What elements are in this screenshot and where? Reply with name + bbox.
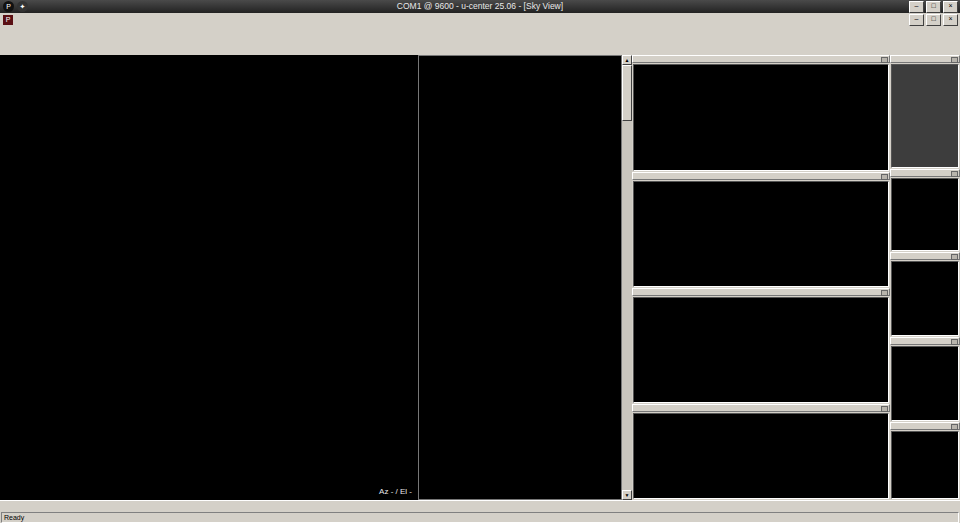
title-bar: P ✦ COM1 @ 9600 - u-center 25.06 - [Sky … bbox=[0, 0, 960, 13]
clock-panel bbox=[890, 422, 960, 500]
data-panel bbox=[890, 55, 960, 169]
close-button[interactable]: × bbox=[943, 1, 958, 13]
main-toolbar bbox=[0, 26, 960, 41]
satellite-map-panel-grip[interactable] bbox=[632, 404, 890, 412]
scroll-down-icon[interactable]: ▼ bbox=[622, 490, 632, 500]
compass-panel bbox=[890, 169, 960, 252]
scrollbar-thumb[interactable] bbox=[622, 65, 632, 121]
speed-gauge bbox=[891, 261, 959, 336]
world-position-map[interactable] bbox=[633, 297, 889, 403]
speed-panel bbox=[890, 252, 960, 337]
scroll-up-icon[interactable]: ▲ bbox=[622, 55, 632, 65]
window-title: COM1 @ 9600 - u-center 25.06 - [Sky View… bbox=[0, 1, 960, 11]
minimize-button[interactable]: – bbox=[909, 1, 924, 13]
sky-view[interactable]: Az - / El - bbox=[0, 55, 418, 500]
child-minimize-button[interactable]: – bbox=[909, 14, 924, 26]
speed-panel-grip[interactable] bbox=[890, 252, 960, 260]
satellite-ground-track-map[interactable] bbox=[633, 413, 889, 499]
signal-chart-panel-grip[interactable] bbox=[632, 172, 890, 180]
mini-sky-view[interactable] bbox=[633, 64, 889, 171]
main-area: Az - / El - ▲ ▼ bbox=[0, 55, 960, 500]
maximize-button[interactable]: □ bbox=[926, 1, 941, 13]
compass-gauge bbox=[891, 178, 959, 251]
mini-sky-panel-grip[interactable] bbox=[632, 55, 890, 63]
position-map-panel bbox=[632, 288, 890, 404]
clock-panel-grip[interactable] bbox=[890, 422, 960, 430]
child-close-button[interactable]: × bbox=[943, 14, 958, 26]
status-ready: Ready bbox=[1, 512, 959, 523]
altimeter-panel bbox=[890, 337, 960, 422]
list-scrollbar[interactable]: ▲ ▼ bbox=[622, 55, 632, 500]
altitude-gauge bbox=[891, 346, 959, 421]
altimeter-panel-grip[interactable] bbox=[890, 337, 960, 345]
position-map-panel-grip[interactable] bbox=[632, 288, 890, 296]
menu-bar: P – □ × bbox=[0, 13, 960, 27]
signal-bar-chart[interactable] bbox=[633, 181, 889, 287]
satellite-signal-list[interactable] bbox=[418, 55, 622, 500]
mini-sky-panel bbox=[632, 55, 890, 172]
satellite-map-panel bbox=[632, 404, 890, 500]
navigation-data bbox=[891, 64, 959, 168]
utc-clock bbox=[891, 431, 959, 499]
u-center-window: P ✦ COM1 @ 9600 - u-center 25.06 - [Sky … bbox=[0, 0, 960, 523]
compass-panel-grip[interactable] bbox=[890, 169, 960, 177]
child-restore-button[interactable]: □ bbox=[926, 14, 941, 26]
azimuth-elevation-readout: Az - / El - bbox=[379, 487, 412, 496]
player-toolbar bbox=[0, 40, 960, 56]
data-panel-grip[interactable] bbox=[890, 55, 960, 63]
signal-chart-panel bbox=[632, 172, 890, 288]
child-window-icon[interactable]: P bbox=[3, 15, 13, 25]
status-bar: Ready bbox=[0, 511, 960, 523]
